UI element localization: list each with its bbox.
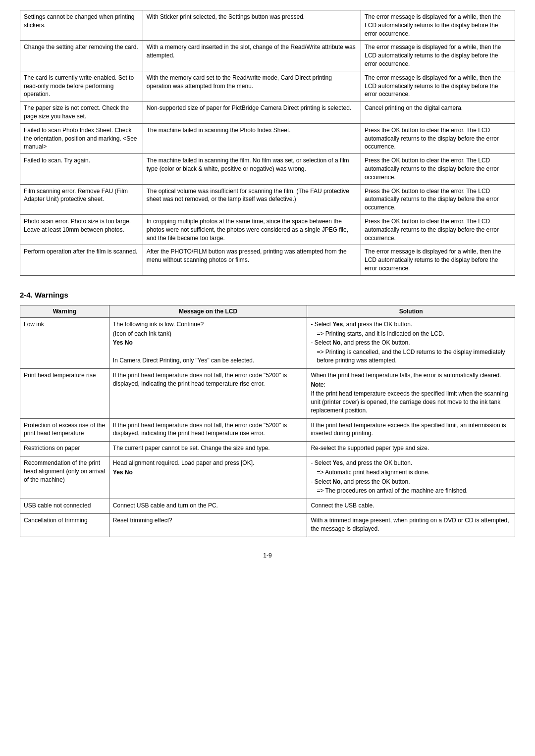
table-cell: Press the OK button to clear the error. … <box>361 154 515 184</box>
table-cell: Photo scan error. Photo size is too larg… <box>20 214 143 245</box>
warnings-col-solution: Solution <box>307 305 515 317</box>
warnings-row: Print head temperature riseIf the print … <box>20 368 515 418</box>
solution-cell: With a trimmed image present, when print… <box>307 514 515 537</box>
message-cell: If the print head temperature does not f… <box>109 418 307 442</box>
table-cell: Press the OK button to clear the error. … <box>361 214 515 245</box>
errors-table: Settings cannot be changed when printing… <box>20 10 515 276</box>
message-cell: The following ink is low. Continue?(Icon… <box>109 317 307 368</box>
warnings-row: Low inkThe following ink is low. Continu… <box>20 317 515 368</box>
solution-cell: If the print head temperature exceeds th… <box>307 418 515 442</box>
warning-cell: Print head temperature rise <box>20 368 109 418</box>
message-cell: Head alignment required. Load paper and … <box>109 456 307 499</box>
table-cell: Settings cannot be changed when printing… <box>20 10 143 41</box>
table-cell: Failed to scan Photo Index Sheet. Check … <box>20 123 143 153</box>
table-row: Failed to scan. Try again.The machine fa… <box>20 154 515 184</box>
table-row: Change the setting after removing the ca… <box>20 41 515 71</box>
section-title: 2-4. Warnings <box>20 291 515 299</box>
table-cell: The error message is displayed for a whi… <box>361 41 515 71</box>
warning-cell: Cancellation of trimming <box>20 514 109 537</box>
message-cell: Reset trimming effect? <box>109 514 307 537</box>
message-cell: The current paper cannot be set. Change … <box>109 442 307 456</box>
message-cell: Connect USB cable and turn on the PC. <box>109 499 307 514</box>
table-cell: Failed to scan. Try again. <box>20 154 143 184</box>
table-cell: With Sticker print selected, the Setting… <box>143 10 361 41</box>
table-row: Perform operation after the film is scan… <box>20 245 515 275</box>
solution-cell: Re-select the supported paper type and s… <box>307 442 515 456</box>
table-cell: The machine failed in scanning the film.… <box>143 154 361 184</box>
solution-cell: - Select Yes, and press the OK button. =… <box>307 456 515 499</box>
table-cell: Cancel printing on the digital camera. <box>361 101 515 124</box>
table-cell: Non-supported size of paper for PictBrid… <box>143 101 361 124</box>
table-cell: In cropping multiple photos at the same … <box>143 214 361 245</box>
table-row: Settings cannot be changed when printing… <box>20 10 515 41</box>
solution-cell: Connect the USB cable. <box>307 499 515 514</box>
warnings-row: Restrictions on paperThe current paper c… <box>20 442 515 456</box>
table-cell: The paper size is not correct. Check the… <box>20 101 143 124</box>
table-row: Film scanning error. Remove FAU (Film Ad… <box>20 184 515 214</box>
table-row: The paper size is not correct. Check the… <box>20 101 515 124</box>
message-cell: If the print head temperature does not f… <box>109 368 307 418</box>
warnings-table: Warning Message on the LCD Solution Low … <box>20 305 515 537</box>
warnings-col-message: Message on the LCD <box>109 305 307 317</box>
table-cell: With the memory card set to the Read/wri… <box>143 71 361 101</box>
table-cell: The card is currently write-enabled. Set… <box>20 71 143 101</box>
table-cell: Press the OK button to clear the error. … <box>361 123 515 153</box>
table-cell: With a memory card inserted in the slot,… <box>143 41 361 71</box>
table-cell: The error message is displayed for a whi… <box>361 10 515 41</box>
table-cell: The error message is displayed for a whi… <box>361 245 515 275</box>
table-cell: The optical volume was insufficient for … <box>143 184 361 214</box>
solution-cell: - Select Yes, and press the OK button. =… <box>307 317 515 368</box>
warnings-row: Protection of excess rise of the print h… <box>20 418 515 442</box>
table-cell: Change the setting after removing the ca… <box>20 41 143 71</box>
table-cell: Film scanning error. Remove FAU (Film Ad… <box>20 184 143 214</box>
warning-cell: USB cable not connected <box>20 499 109 514</box>
table-cell: The error message is displayed for a whi… <box>361 71 515 101</box>
table-cell: Perform operation after the film is scan… <box>20 245 143 275</box>
warnings-row: Recommendation of the print head alignme… <box>20 456 515 499</box>
table-cell: After the PHOTO/FILM button was pressed,… <box>143 245 361 275</box>
warnings-row: Cancellation of trimmingReset trimming e… <box>20 514 515 537</box>
warnings-col-warning: Warning <box>20 305 109 317</box>
table-cell: The machine failed in scanning the Photo… <box>143 123 361 153</box>
warning-cell: Recommendation of the print head alignme… <box>20 456 109 499</box>
solution-cell: When the print head temperature falls, t… <box>307 368 515 418</box>
warning-cell: Restrictions on paper <box>20 442 109 456</box>
table-row: The card is currently write-enabled. Set… <box>20 71 515 101</box>
warning-cell: Low ink <box>20 317 109 368</box>
page-number: 1-9 <box>20 552 515 559</box>
table-row: Failed to scan Photo Index Sheet. Check … <box>20 123 515 153</box>
table-row: Photo scan error. Photo size is too larg… <box>20 214 515 245</box>
warning-cell: Protection of excess rise of the print h… <box>20 418 109 442</box>
warnings-row: USB cable not connectedConnect USB cable… <box>20 499 515 514</box>
table-cell: Press the OK button to clear the error. … <box>361 184 515 214</box>
